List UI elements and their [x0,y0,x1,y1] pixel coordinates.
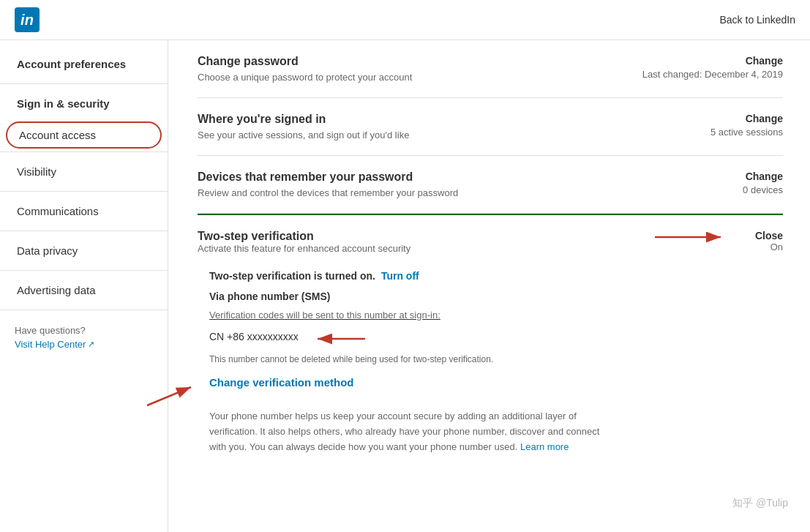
sidebar: Account preferences Sign in & security A… [0,40,168,532]
devices-remember-link[interactable]: Change [695,171,783,182]
where-signed-in-desc: See your active sessions, and sign out i… [198,130,695,141]
sidebar-divider-4 [0,231,168,231]
phone-description: Your phone number helps us keep your acc… [209,409,604,454]
sidebar-divider-3 [0,191,168,192]
change-password-desc: Choose a unique password to protect your… [198,72,642,83]
phone-number: CN +86 xxxxxxxxxx [209,331,299,342]
where-signed-in-link[interactable]: Change [695,113,783,124]
sidebar-item-account-preferences[interactable]: Account preferences [0,48,168,80]
change-method-container: Change verification method [209,376,783,399]
sidebar-divider-1 [0,83,168,84]
sidebar-item-account-access[interactable]: Account access [6,121,162,149]
sidebar-divider-2 [0,151,168,152]
change-password-title: Change password [198,55,642,68]
devices-count: 0 devices [695,184,783,195]
verification-codes-desc: Verification codes will be sent to this … [209,310,783,321]
devices-remember-section: Devices that remember your password Revi… [198,156,783,214]
two-step-on-label: On [755,241,783,252]
verification-status-text: Two-step verification is turned on. [209,270,375,282]
change-password-row: Change password Choose a unique password… [198,55,783,83]
sidebar-divider-5 [0,270,168,271]
change-password-last-changed: Last changed: December 4, 2019 [642,69,783,80]
svg-line-5 [147,387,191,405]
change-password-section: Change password Choose a unique password… [198,40,783,98]
main-content: Change password Choose a unique password… [168,40,805,532]
header: in Back to LinkedIn [0,0,810,40]
where-signed-in-section: Where you're signed in See your active s… [198,98,783,156]
two-step-close-link[interactable]: Close [755,230,783,241]
sidebar-item-sign-in-security[interactable]: Sign in & security [0,87,168,120]
turn-off-link[interactable]: Turn off [381,270,419,282]
devices-remember-title: Devices that remember your password [198,171,695,184]
devices-remember-desc: Review and control the devices that reme… [198,187,695,198]
sidebar-item-communications[interactable]: Communications [0,195,168,228]
change-password-info: Change password Choose a unique password… [198,55,642,83]
where-signed-in-action: Change 5 active sessions [695,113,783,138]
via-sms-title: Via phone number (SMS) [209,291,783,302]
two-step-header: Two-step verification Activate this feat… [198,230,783,266]
learn-more-link[interactable]: Learn more [520,441,569,452]
where-signed-in-info: Where you're signed in See your active s… [198,113,695,141]
change-verification-method-link[interactable]: Change verification method [209,376,354,389]
back-to-linkedin-link[interactable]: Back to LinkedIn [719,14,795,26]
verification-status: Two-step verification is turned on. Turn… [209,270,783,282]
linkedin-logo: in [15,7,40,32]
where-signed-in-title: Where you're signed in [198,113,695,126]
change-password-action: Change Last changed: December 4, 2019 [642,55,783,80]
verification-box: Two-step verification is turned on. Turn… [198,270,783,454]
sidebar-item-data-privacy[interactable]: Data privacy [0,234,168,267]
two-step-close-action: Close On [755,230,783,252]
change-password-link[interactable]: Change [642,55,783,67]
devices-remember-action: Change 0 devices [695,171,783,195]
sidebar-divider-6 [0,310,168,310]
active-sessions-count: 5 active sessions [695,127,783,138]
watermark: 知乎 @Tulip [732,497,788,510]
sidebar-help: Have questions? Visit Help Center ↗ [0,313,168,361]
phone-number-row: CN +86 xxxxxxxxxx [209,328,783,350]
two-step-title-desc: Two-step verification Activate this feat… [198,230,410,266]
where-signed-in-row: Where you're signed in See your active s… [198,113,783,141]
two-step-section: Two-step verification Activate this feat… [198,215,783,469]
arrow-to-phone [310,328,369,350]
two-step-title: Two-step verification [198,230,410,243]
layout: Account preferences Sign in & security A… [0,40,810,532]
devices-remember-row: Devices that remember your password Revi… [198,171,783,198]
visit-help-center-link[interactable]: Visit Help Center ↗ [15,339,153,350]
two-step-desc: Activate this feature for enhanced accou… [198,243,410,254]
arrow-to-close [651,226,739,255]
help-question-text: Have questions? [15,325,153,336]
external-link-icon: ↗ [88,340,94,349]
sidebar-item-advertising-data[interactable]: Advertising data [0,274,168,307]
phone-note: This number cannot be deleted while bein… [209,354,783,364]
devices-remember-info: Devices that remember your password Revi… [198,171,695,198]
sidebar-item-visibility[interactable]: Visibility [0,155,168,188]
arrow-to-change-method [143,376,202,413]
